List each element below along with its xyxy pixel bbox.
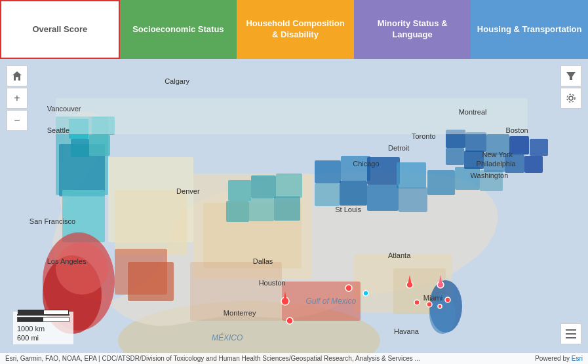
hamburger-icon (566, 329, 576, 338)
esri-link[interactable]: Esri (572, 355, 583, 362)
nav-minority[interactable]: Minority Status & Language (354, 0, 471, 59)
svg-rect-42 (56, 98, 528, 134)
nav-socioeconomic[interactable]: Socioeconomic Status (120, 0, 237, 59)
svg-point-53 (345, 285, 352, 291)
svg-rect-31 (530, 139, 548, 156)
svg-rect-32 (446, 148, 464, 165)
svg-rect-45 (276, 173, 302, 198)
map-controls-left: + − (7, 65, 28, 131)
svg-rect-33 (464, 151, 484, 169)
svg-point-7 (56, 242, 108, 295)
svg-rect-22 (367, 185, 399, 211)
nav-household[interactable]: Household Composition & Disability (237, 0, 354, 59)
svg-rect-67 (566, 337, 576, 338)
svg-rect-50 (128, 262, 174, 301)
svg-rect-47 (249, 198, 274, 221)
svg-rect-65 (566, 329, 576, 331)
nav-overall-score[interactable]: Overall Score (0, 0, 120, 59)
map-container[interactable]: CalgaryVancouverSeattleSan FranciscoLos … (0, 59, 588, 364)
svg-point-61 (286, 318, 293, 324)
svg-rect-24 (427, 170, 455, 195)
svg-rect-51 (190, 262, 282, 321)
filter-icon (566, 71, 576, 81)
svg-rect-29 (486, 134, 509, 155)
svg-rect-35 (505, 155, 524, 173)
svg-point-57 (414, 300, 420, 305)
svg-rect-18 (367, 157, 400, 185)
scale-km: 1000 km (17, 325, 69, 333)
filter-button[interactable] (560, 65, 581, 86)
home-button[interactable] (7, 65, 28, 86)
map-svg (0, 59, 588, 364)
map-controls-right (560, 65, 581, 109)
powered-by-text: Powered by Esri (535, 355, 583, 362)
attribution-text: Esri, Garmin, FAO, NOAA, EPA | CDC/ATSDR… (5, 355, 420, 362)
svg-rect-46 (226, 201, 249, 222)
svg-rect-12 (71, 139, 89, 157)
plus-icon: + (14, 92, 20, 104)
svg-marker-62 (566, 72, 576, 80)
home-icon (12, 71, 22, 81)
svg-rect-19 (397, 162, 426, 189)
zoom-out-button[interactable]: − (7, 110, 28, 131)
svg-rect-66 (566, 333, 576, 335)
svg-rect-20 (315, 183, 340, 206)
minus-icon: − (14, 115, 20, 126)
svg-point-40 (429, 295, 456, 334)
svg-rect-34 (484, 153, 505, 172)
settings-button[interactable] (560, 88, 581, 109)
svg-rect-17 (341, 156, 370, 181)
gear-icon (566, 93, 576, 103)
svg-rect-44 (251, 175, 276, 198)
svg-rect-13 (89, 135, 110, 156)
svg-point-64 (567, 94, 575, 102)
svg-rect-30 (509, 136, 529, 155)
svg-rect-36 (524, 156, 543, 173)
scale-mi: 600 mi (17, 334, 69, 342)
svg-rect-21 (340, 181, 367, 206)
svg-rect-23 (399, 187, 427, 212)
nav-socioeconomic-label: Socioeconomic Status (132, 24, 224, 35)
svg-point-60 (445, 297, 450, 302)
svg-point-63 (569, 96, 573, 100)
svg-point-59 (438, 304, 442, 308)
top-navigation: Overall Score Socioeconomic Status House… (0, 0, 588, 59)
nav-overall-label: Overall Score (32, 24, 87, 35)
svg-point-58 (427, 302, 432, 307)
hamburger-menu-button[interactable] (560, 323, 581, 344)
nav-housing-label: Housing & Transportation (477, 24, 582, 35)
svg-rect-28 (465, 132, 486, 152)
nav-household-label: Household Composition & Disability (242, 18, 349, 41)
svg-rect-16 (315, 160, 341, 183)
svg-rect-48 (274, 196, 300, 221)
nav-minority-label: Minority Status & Language (359, 18, 466, 41)
attribution-bar: Esri, Garmin, FAO, NOAA, EPA | CDC/ATSDR… (0, 353, 588, 364)
scale-bar: 1000 km 600 mi (13, 312, 73, 344)
svg-point-54 (363, 291, 368, 296)
nav-housing[interactable]: Housing & Transportation (471, 0, 588, 59)
svg-rect-43 (228, 180, 251, 201)
zoom-in-button[interactable]: + (7, 88, 28, 109)
svg-rect-25 (455, 167, 480, 190)
svg-rect-26 (480, 170, 503, 191)
svg-rect-9 (115, 190, 187, 255)
